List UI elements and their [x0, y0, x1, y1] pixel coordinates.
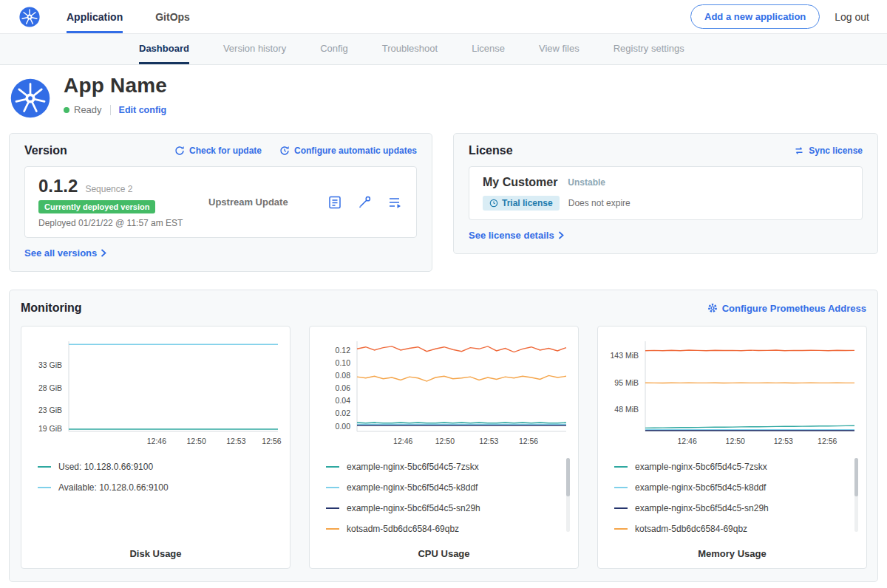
legend-label: example-nginx-5bc6f5d4c5-k8ddf	[347, 482, 478, 493]
subtab-label: License	[472, 43, 505, 54]
status-text: Ready	[74, 104, 102, 115]
configure-automatic-updates-link[interactable]: Configure automatic updates	[279, 146, 417, 156]
charts-row: 33 GiB28 GiB23 GiB19 GiB12:4612:5012:531…	[21, 326, 866, 569]
logout-button[interactable]: Log out	[835, 11, 869, 23]
check-for-update-link[interactable]: Check for update	[174, 146, 262, 156]
subtab-registry-settings[interactable]: Registry settings	[614, 34, 684, 64]
legend-scrollbar-thumb[interactable]	[566, 458, 570, 496]
see-license-details-link[interactable]: See license details	[469, 230, 564, 241]
svg-text:0.06: 0.06	[336, 383, 351, 392]
add-application-button[interactable]: Add a new application	[690, 4, 820, 29]
legend-swatch	[326, 466, 339, 468]
disk-usage-chart: 33 GiB28 GiB23 GiB19 GiB12:4612:5012:531…	[27, 335, 284, 448]
legend-swatch	[614, 466, 628, 468]
cpu-usage-chart: 0.120.100.080.060.040.020.0012:4612:5012…	[316, 335, 572, 448]
svg-text:12:53: 12:53	[479, 437, 498, 445]
kubernetes-logo-icon	[19, 7, 40, 27]
chevron-right-icon	[558, 231, 564, 239]
svg-text:12:56: 12:56	[262, 437, 281, 445]
gear-icon	[707, 303, 718, 313]
svg-text:12:53: 12:53	[774, 437, 793, 445]
trial-license-badge: Trial license	[483, 196, 560, 211]
subtab-label: Version history	[223, 43, 286, 54]
license-type-row: Trial license Does not expire	[483, 196, 849, 211]
topnav-tabs: Application GitOps	[67, 0, 222, 33]
preflight-checks-button[interactable]	[327, 195, 342, 210]
subtab-label: Dashboard	[139, 43, 189, 54]
legend-label: kotsadm-5db6dc6584-69qbz	[347, 524, 459, 534]
svg-text:48 MiB: 48 MiB	[614, 405, 639, 414]
deployed-badge: Currently deployed version	[38, 200, 155, 213]
sync-license-label: Sync license	[809, 146, 863, 156]
legend-scrollbar[interactable]	[854, 458, 858, 532]
sync-icon	[794, 146, 804, 155]
tab-gitops[interactable]: GitOps	[155, 0, 190, 33]
subtab-license[interactable]: License	[472, 34, 505, 64]
subtab-label: Troubleshoot	[382, 43, 438, 54]
legend-swatch	[326, 507, 339, 509]
legend-swatch	[326, 528, 339, 530]
configure-prometheus-link[interactable]: Configure Prometheus Address	[707, 303, 866, 314]
version-card: Version Check for update Configure au	[9, 133, 432, 272]
subtab-view-files[interactable]: View files	[539, 34, 580, 64]
svg-text:33 GiB: 33 GiB	[38, 360, 62, 369]
monitoring-links: Configure Prometheus Address	[707, 303, 866, 314]
svg-text:12:50: 12:50	[726, 437, 745, 445]
monitoring-card: Monitoring Configure Prometheus Address …	[9, 290, 878, 582]
current-version-info: 0.1.2 Sequence 2 Currently deployed vers…	[38, 176, 203, 228]
legend-label: example-nginx-5bc6f5d4c5-7zskx	[635, 462, 767, 472]
version-action-icons	[327, 195, 403, 210]
subtab-label: Config	[320, 43, 348, 54]
view-diff-button[interactable]	[387, 195, 403, 210]
legend-swatch	[38, 466, 51, 468]
subtab-version-history[interactable]: Version history	[223, 34, 286, 64]
version-number: 0.1.2	[38, 176, 78, 196]
subtab-label: Registry settings	[614, 43, 684, 54]
app-header: App Name Ready Edit config	[0, 65, 887, 123]
chart-card-memory-usage: 143 MiB95 MiB48 MiB12:4612:5012:5312:56 …	[597, 326, 867, 569]
version-card-links: Check for update Configure automatic upd…	[174, 146, 417, 156]
legend-item: Available: 10.128.0.66:9100	[38, 477, 272, 498]
legend-label: example-nginx-5bc6f5d4c5-sn29h	[347, 503, 480, 513]
tab-application[interactable]: Application	[67, 0, 123, 33]
see-all-versions-label: See all versions	[24, 247, 97, 259]
view-diff-icon	[387, 195, 403, 210]
app-status-row: Ready Edit config	[64, 104, 167, 115]
channel-label: Unstable	[568, 177, 605, 188]
edit-config-link[interactable]: Edit config	[119, 105, 167, 115]
expiry-text: Does not expire	[568, 198, 631, 208]
see-license-details-label: See license details	[469, 230, 554, 241]
legend-label: kotsadm-5db6dc6584-69qbz	[635, 524, 747, 534]
configure-prometheus-label: Configure Prometheus Address	[722, 303, 866, 314]
top-nav: Application GitOps Add a new application…	[0, 0, 887, 34]
memory-usage-legend: example-nginx-5bc6f5d4c5-7zskx example-n…	[614, 457, 860, 539]
license-box: My Customer Unstable Trial license Does …	[469, 166, 863, 220]
svg-text:0.08: 0.08	[336, 371, 351, 380]
sync-license-link[interactable]: Sync license	[794, 146, 863, 156]
legend-item: example-nginx-5bc6f5d4c5-sn29h	[326, 498, 560, 519]
see-all-versions-link[interactable]: See all versions	[24, 247, 106, 259]
subtab-dashboard[interactable]: Dashboard	[139, 34, 189, 64]
svg-text:12:53: 12:53	[226, 437, 245, 445]
monitoring-title: Monitoring	[21, 301, 82, 315]
monitoring-header: Monitoring Configure Prometheus Address	[21, 301, 866, 315]
svg-text:23 GiB: 23 GiB	[38, 406, 62, 414]
status-dot-icon	[64, 107, 69, 113]
app-logo-icon	[10, 78, 50, 118]
subtab-config[interactable]: Config	[320, 34, 348, 64]
svg-text:143 MiB: 143 MiB	[610, 351, 639, 360]
legend-swatch	[614, 507, 628, 509]
legend-scrollbar-thumb[interactable]	[854, 458, 858, 496]
legend-label: Available: 10.128.0.66:9100	[58, 482, 169, 493]
memory-usage-chart: 143 MiB95 MiB48 MiB12:4612:5012:5312:56	[604, 335, 860, 448]
legend-scrollbar[interactable]	[566, 458, 570, 532]
tab-gitops-label: GitOps	[155, 11, 190, 23]
license-card: License Sync license My Customer Unstabl…	[453, 133, 878, 254]
license-title: License	[469, 144, 513, 157]
version-number-row: 0.1.2 Sequence 2	[38, 176, 203, 196]
subtab-troubleshoot[interactable]: Troubleshoot	[382, 34, 438, 64]
config-edit-button[interactable]	[357, 195, 372, 210]
chevron-right-icon	[101, 249, 106, 257]
svg-text:0.00: 0.00	[336, 422, 351, 431]
version-sequence: Sequence 2	[85, 184, 132, 194]
